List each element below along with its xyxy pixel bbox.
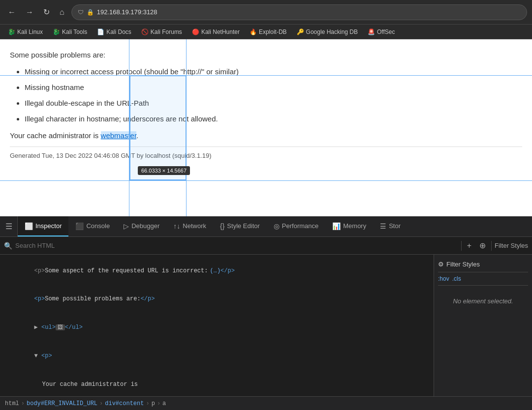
address-text: 192.168.19.179:3128 [97,8,157,16]
breadcrumb-item-a[interactable]: a [162,400,166,407]
storage-icon: ☰ [380,222,386,230]
devtools-menu-button[interactable]: ☰ [0,216,18,236]
devtools-toolbar: ☰ ⬜ Inspector ⬛ Console ▷ Debugger ↑↓ Ne… [0,216,532,237]
bookmark-kali-docs[interactable]: 📄 Kali Docs [93,28,135,36]
bookmarks-bar: 🐉 Kali Linux 🐉 Kali Tools 📄 Kali Docs 🚫 … [0,25,532,39]
html-line: ▼ <p> [0,342,434,370]
bookmark-label: Kali NetHunter [201,29,240,35]
tab-memory-label: Memory [343,222,366,230]
shield-icon: 🛡 [78,9,84,16]
breadcrumb-item-body[interactable]: body#ERR_INVALID_URL [27,400,97,407]
kali-tools-icon: 🐉 [53,29,60,35]
bookmark-offsec[interactable]: 🚨 OffSec [364,28,399,36]
pick-element-button[interactable]: ⊕ [477,240,488,251]
bookmark-google-hacking-db[interactable]: 🔑 Google Hacking DB [293,28,362,36]
tab-console[interactable]: ⬛ Console [68,216,117,236]
generated-line: Generated Tue, 13 Dec 2022 04:46:08 GMT … [10,146,522,164]
bookmark-kali-nethunter[interactable]: 🔴 Kali NetHunter [188,28,244,36]
problem-item-2: Missing hostname [25,82,522,93]
debugger-icon: ▷ [124,222,129,230]
add-node-button[interactable]: + [465,240,474,251]
bookmark-label: OffSec [377,29,395,35]
tab-network-label: Network [183,222,206,230]
bookmark-kali-tools[interactable]: 🐉 Kali Tools [49,28,91,36]
search-actions: + ⊕ Filter Styles [461,240,528,251]
bookmark-label: Kali Tools [62,29,87,35]
breadcrumb-item-div[interactable]: div#content [105,400,144,407]
tab-console-label: Console [86,222,110,230]
tab-debugger-label: Debugger [131,222,159,230]
html-panel[interactable]: <p>Some aspect of the requested URL is i… [0,255,434,396]
webmaster-link[interactable]: webmaster [101,131,137,140]
back-button[interactable]: ← [5,6,19,19]
google-hacking-icon: 🔑 [297,29,304,35]
home-button[interactable]: ⌂ [57,6,67,19]
tab-network[interactable]: ↑↓ Network [166,216,213,236]
refresh-button[interactable]: ↻ [40,5,53,19]
memory-icon: 📊 [332,222,341,230]
address-bar[interactable]: 🛡 🔒 192.168.19.179:3128 [71,4,527,20]
cache-admin-paragraph: Your cache administrator is webmaster. [10,130,522,142]
console-icon: ⬛ [75,222,84,230]
bookmark-label: Kali Docs [106,29,131,35]
kali-nethunter-icon: 🔴 [192,29,199,35]
search-icon: 🔍 [4,242,12,250]
devtools-panel: ☰ ⬜ Inspector ⬛ Console ▷ Debugger ↑↓ Ne… [0,216,532,410]
bookmark-exploit-db[interactable]: 🔥 Exploit-DB [246,28,291,36]
problem-item-3: Illegal double-escape in the URL-Path [25,97,522,109]
tab-storage-label: Stor [389,222,401,230]
bookmark-label: Kali Forums [151,29,182,35]
filter-styles-title: Filter Styles [446,261,480,268]
filter-tag-hov[interactable]: :hov [438,275,449,282]
no-element-message: No element selected. [453,295,513,307]
inspector-icon: ⬜ [25,222,33,230]
performance-icon: ◎ [274,222,280,230]
bookmark-kali-linux[interactable]: 🐉 Kali Linux [4,28,47,36]
breadcrumb-item-p[interactable]: p [152,400,155,407]
tab-debugger[interactable]: ▷ Debugger [117,216,166,236]
devtools-breadcrumb: html › body#ERR_INVALID_URL › div#conten… [0,396,532,410]
offsec-icon: 🚨 [368,29,375,35]
filter-header: ⚙ Filter Styles [438,259,528,272]
html-line: ▶ <ul>🖼</ul> [0,314,434,342]
breadcrumb-item-html[interactable]: html [5,400,19,407]
search-html-input[interactable] [15,242,458,249]
problems-list: Missing or incorrect access protocol (sh… [25,66,522,125]
style-editor-icon: {} [220,222,224,230]
bookmark-kali-forums[interactable]: 🚫 Kali Forums [137,28,186,36]
filter-styles-panel: ⚙ Filter Styles :hov .cls No element sel… [434,255,532,396]
kali-forums-icon: 🚫 [141,29,149,35]
forward-button[interactable]: → [23,6,36,19]
browser-toolbar: ← → ↻ ⌂ 🛡 🔒 192.168.19.179:3128 [0,0,532,25]
filter-divider [491,241,492,251]
problem-item-1: Missing or incorrect access protocol (sh… [25,66,522,78]
devtools-menu-icon: ☰ [5,222,12,231]
bookmark-label: Exploit-DB [259,29,287,35]
html-line: <p>Some possible problems are:</p> [0,285,434,314]
filter-icon: ⚙ [438,261,444,268]
tab-performance-label: Performance [282,222,318,230]
tab-memory[interactable]: 📊 Memory [325,216,373,236]
tab-style-editor-label: Style Editor [227,222,259,230]
tab-style-editor[interactable]: {} Style Editor [213,216,267,236]
tab-inspector-label: Inspector [35,222,62,230]
network-icon: ↑↓ [173,222,180,230]
filter-styles-label: Filter Styles [495,242,528,249]
tab-performance[interactable]: ◎ Performance [267,216,325,236]
ruler-tooltip: 66.0333 × 14.5667 [138,166,190,175]
bookmark-label: Kali Linux [17,29,43,35]
html-line: Your cache administrator is [0,370,434,396]
exploit-db-icon: 🔥 [250,29,257,35]
tab-storage[interactable]: ☰ Stor [373,216,407,236]
problem-item-4: Illegal character in hostname; underscor… [25,113,522,125]
kali-docs-icon: 📄 [97,29,104,35]
page-text-content: Some possible problems are: Missing or i… [10,49,522,142]
search-divider [461,241,462,251]
tab-inspector[interactable]: ⬜ Inspector [18,216,68,236]
devtools-main: <p>Some aspect of the requested URL is i… [0,255,532,396]
filter-tag-cls[interactable]: .cls [452,275,461,282]
kali-linux-icon: 🐉 [8,29,15,35]
ruler-horizontal-bottom [0,180,532,181]
lock-icon: 🔒 [87,9,94,16]
cache-admin-text: Your cache administrator is [10,131,101,140]
